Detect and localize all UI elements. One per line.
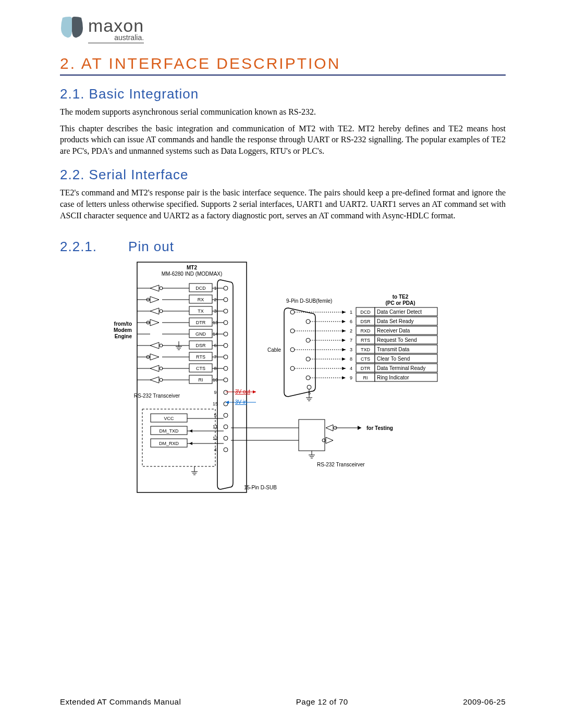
svg-text:4: 4 — [350, 366, 352, 371]
svg-marker-185 — [342, 367, 346, 370]
section-2-2-heading: 2.2. Serial Interface — [60, 167, 506, 183]
para-2-1-b: This chapter describes the basic integra… — [60, 123, 506, 157]
svg-point-91 — [224, 413, 228, 417]
svg-text:DCD: DCD — [360, 310, 371, 315]
svg-rect-199 — [299, 419, 325, 451]
svg-text:Cable: Cable — [267, 347, 282, 353]
svg-marker-31 — [150, 319, 159, 326]
svg-text:Data Terminal Ready: Data Terminal Ready — [377, 365, 425, 371]
svg-marker-74 — [150, 377, 159, 383]
section-2-2-1-title: Pin out — [128, 239, 174, 254]
svg-point-167 — [290, 348, 295, 352]
svg-text:Modem: Modem — [114, 327, 132, 333]
svg-text:RI: RI — [198, 377, 203, 382]
svg-text:Clear To Send: Clear To Send — [377, 356, 410, 362]
svg-text:Ring Indicator: Ring Indicator — [377, 375, 409, 380]
svg-text:Engine: Engine — [114, 334, 132, 339]
svg-text:RS-232 Transceiver: RS-232 Transceiver — [133, 393, 180, 399]
svg-point-19 — [224, 298, 228, 302]
svg-text:DSR: DSR — [360, 319, 371, 324]
svg-marker-169 — [342, 348, 346, 351]
svg-marker-202 — [326, 437, 333, 443]
svg-text:DSR: DSR — [195, 343, 206, 348]
svg-marker-177 — [342, 357, 346, 361]
svg-text:Request To Send: Request To Send — [377, 337, 417, 343]
svg-point-143 — [306, 319, 310, 324]
svg-point-175 — [306, 357, 310, 361]
svg-point-87 — [224, 390, 228, 394]
pinout-diagram: MT2 MM-6280 IND (MODMAX) DCD1RX2TX3DTR13… — [60, 258, 506, 503]
para-2-2-a: TE2's command and MT2's response pair is… — [60, 187, 506, 221]
svg-marker-103 — [226, 401, 229, 404]
svg-marker-22 — [150, 308, 159, 314]
svg-marker-100 — [253, 390, 256, 393]
svg-point-95 — [224, 436, 228, 440]
logo: maxon australia. — [60, 16, 506, 43]
svg-marker-13 — [150, 297, 159, 303]
svg-text:8: 8 — [350, 356, 352, 362]
svg-marker-193 — [342, 376, 346, 379]
page: maxon australia. 2. AT INTERFACE DESCRIP… — [0, 0, 563, 728]
svg-text:DM_TXD: DM_TXD — [159, 428, 179, 434]
section-2-1-heading: 2.1. Basic Integration — [60, 86, 506, 102]
svg-text:GND: GND — [195, 331, 206, 337]
svg-text:2: 2 — [350, 328, 352, 334]
logo-text-block: maxon australia. — [88, 16, 144, 43]
svg-text:RTS: RTS — [361, 338, 370, 343]
svg-text:Data Set Ready: Data Set Ready — [377, 318, 414, 324]
svg-text:from/to: from/to — [114, 321, 131, 327]
svg-text:1: 1 — [350, 310, 352, 315]
section-2-2-1-heading: 2.2.1.Pin out — [60, 239, 506, 255]
svg-text:DM_RXD: DM_RXD — [158, 441, 179, 446]
svg-point-62 — [224, 355, 228, 359]
svg-text:RX: RX — [197, 297, 204, 302]
svg-marker-153 — [342, 329, 346, 332]
svg-text:Receiver Data: Receiver Data — [377, 328, 410, 334]
logo-icon — [60, 16, 84, 39]
svg-text:15-Pin D-SUB: 15-Pin D-SUB — [244, 485, 277, 490]
svg-text:RTS: RTS — [196, 354, 205, 360]
svg-point-135 — [290, 310, 295, 314]
footer-center: Page 12 of 70 — [296, 697, 348, 706]
svg-point-71 — [224, 366, 228, 371]
svg-text:5: 5 — [308, 390, 311, 396]
svg-text:for Testing: for Testing — [366, 425, 393, 431]
svg-marker-47 — [150, 342, 159, 349]
svg-text:RI: RI — [363, 375, 368, 380]
svg-point-151 — [290, 329, 295, 333]
svg-point-28 — [224, 309, 228, 313]
para-2-1-a: The modem supports asynchronous serial c… — [60, 106, 506, 118]
section-2-2-1-number: 2.2.1. — [60, 239, 97, 254]
svg-marker-56 — [150, 354, 159, 360]
svg-point-37 — [224, 320, 228, 325]
svg-marker-111 — [189, 429, 192, 433]
svg-text:(PC or PDA): (PC or PDA) — [385, 300, 415, 306]
svg-text:9-Pin D-SUB(femle): 9-Pin D-SUB(femle) — [286, 298, 332, 304]
svg-point-53 — [224, 343, 228, 348]
svg-marker-200 — [326, 425, 333, 431]
svg-text:MM-6280 IND (MODMAX): MM-6280 IND (MODMAX) — [161, 271, 222, 277]
footer-right: 2009-06-25 — [463, 697, 506, 706]
svg-point-159 — [306, 338, 310, 342]
svg-marker-137 — [342, 311, 346, 314]
svg-text:CTS: CTS — [196, 366, 205, 371]
section-2-heading: 2. AT INTERFACE DESCRIPTION — [60, 55, 506, 72]
svg-point-191 — [306, 376, 310, 380]
svg-marker-145 — [342, 320, 346, 323]
heading-rule — [60, 75, 506, 76]
svg-text:7: 7 — [350, 338, 352, 343]
svg-text:Transmit Data: Transmit Data — [377, 347, 410, 352]
svg-text:3: 3 — [350, 347, 352, 352]
svg-point-10 — [224, 286, 228, 290]
page-footer: Extended AT Commands Manual Page 12 of 7… — [60, 697, 506, 706]
svg-point-183 — [290, 366, 295, 371]
svg-text:DTR: DTR — [360, 366, 370, 371]
svg-text:RS-232 Transceirver: RS-232 Transceirver — [317, 462, 365, 467]
footer-left: Extended AT Commands Manual — [60, 697, 181, 706]
svg-marker-115 — [189, 442, 192, 445]
svg-text:CTS: CTS — [361, 356, 370, 362]
svg-text:to TE2: to TE2 — [392, 294, 408, 300]
svg-marker-4 — [150, 285, 159, 291]
svg-text:DTR: DTR — [195, 320, 205, 325]
svg-point-80 — [224, 378, 228, 382]
